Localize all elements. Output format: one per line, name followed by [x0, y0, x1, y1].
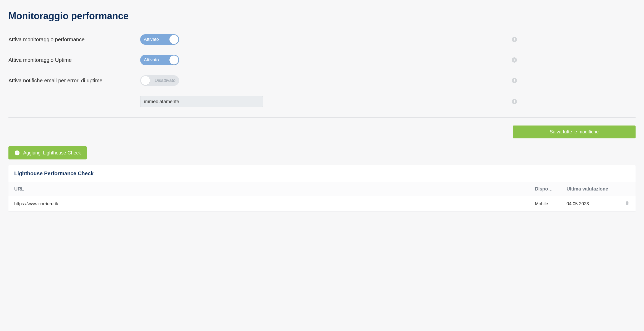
th-device: Dispositi… [529, 182, 561, 196]
toggle-label: Attivato [144, 57, 159, 63]
save-button[interactable]: Salva tutte le modifiche [513, 126, 636, 138]
label-email-notify: Attiva notifiche email per errori di upt… [8, 78, 140, 84]
page-title: Monitoraggio performance [8, 11, 636, 22]
info-icon[interactable]: i [512, 57, 517, 63]
plus-circle-icon [14, 150, 20, 156]
add-lighthouse-label: Aggiungi Lighthouse Check [23, 150, 81, 156]
cell-device: Mobile [529, 196, 561, 212]
toggle-label: Disattivato [155, 78, 175, 83]
row-email-notify: Attiva notifiche email per errori di upt… [8, 75, 636, 86]
lighthouse-table-card: Lighthouse Performance Check URL Disposi… [8, 165, 636, 212]
toggle-knob [169, 35, 178, 44]
add-lighthouse-button[interactable]: Aggiungi Lighthouse Check [8, 146, 87, 159]
th-actions [619, 182, 636, 196]
trash-icon[interactable] [625, 200, 630, 206]
info-icon[interactable]: i [512, 99, 517, 104]
label-perf-monitoring: Attiva monitoraggio performance [8, 37, 140, 43]
row-frequency: immediatamente i [8, 96, 636, 107]
cell-last-eval: 04.05.2023 [561, 196, 619, 212]
table-row: https://www.corriere.it/ Mobile 04.05.20… [8, 196, 636, 212]
cell-url: https://www.corriere.it/ [8, 196, 529, 212]
toggle-perf-monitoring[interactable]: Attivato [140, 34, 179, 45]
th-last-eval: Ultima valutazione [561, 182, 619, 196]
frequency-select[interactable]: immediatamente [140, 96, 263, 107]
toggle-label: Attivato [144, 37, 159, 42]
svg-rect-2 [16, 153, 19, 153]
divider [8, 117, 636, 118]
toggle-uptime-monitoring[interactable]: Attivato [140, 55, 179, 65]
label-uptime-monitoring: Attiva monitoraggio Uptime [8, 57, 140, 63]
toggle-knob [141, 76, 150, 85]
th-url: URL [8, 182, 529, 196]
info-icon[interactable]: i [512, 78, 517, 83]
toggle-knob [169, 56, 178, 64]
lighthouse-table: URL Dispositi… Ultima valutazione https:… [8, 182, 636, 212]
row-perf-monitoring: Attiva monitoraggio performance Attivato… [8, 34, 636, 45]
info-icon[interactable]: i [512, 37, 517, 42]
row-uptime-monitoring: Attiva monitoraggio Uptime Attivato i [8, 55, 636, 65]
toggle-email-notify[interactable]: Disattivato [140, 75, 179, 86]
table-title: Lighthouse Performance Check [8, 165, 636, 182]
